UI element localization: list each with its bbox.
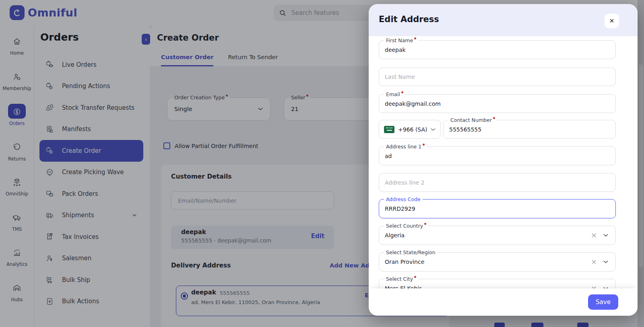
drawer-header: Edit Address ✕ (369, 4, 638, 36)
clear-country-icon[interactable]: × (591, 230, 597, 240)
close-button[interactable]: ✕ (605, 14, 619, 28)
chevron-down-icon (430, 126, 436, 133)
edit-address-drawer: Edit Address ✕ First Name Email +966 (SA… (369, 4, 638, 316)
drawer-footer: Save (369, 288, 638, 316)
state-region-select[interactable]: Select State/Region Oran Province × (379, 252, 616, 271)
clear-state-icon[interactable]: × (591, 257, 597, 267)
first-name-field[interactable]: First Name (379, 40, 616, 59)
state-value: Oran Province (385, 259, 424, 265)
email-field[interactable]: Email (379, 94, 616, 113)
phone-code-value: +966 (SA) (398, 126, 427, 133)
save-button[interactable]: Save (588, 294, 618, 310)
phone-code-select[interactable]: +966 (SA) (379, 120, 441, 139)
address-line-2-input[interactable] (379, 173, 615, 191)
app-window: Omniful Home Members (0, 0, 644, 327)
drawer-title: Edit Address (379, 14, 439, 24)
last-name-field[interactable] (379, 68, 616, 86)
close-icon: ✕ (609, 17, 615, 25)
contact-number-field[interactable]: Contact Number (443, 120, 616, 139)
address-line-1-field[interactable]: Address line 1 (379, 146, 616, 165)
country-select[interactable]: Select Country Algeria × (379, 226, 616, 245)
saudi-arabia-flag-icon (384, 126, 394, 133)
country-value: Algeria (385, 232, 405, 239)
address-code-field[interactable]: Address Code (379, 199, 616, 218)
chevron-down-icon (603, 232, 609, 239)
address-line-2-field[interactable] (379, 173, 616, 192)
email-input[interactable] (379, 95, 615, 113)
last-name-input[interactable] (379, 68, 615, 86)
chevron-down-icon (603, 259, 609, 265)
